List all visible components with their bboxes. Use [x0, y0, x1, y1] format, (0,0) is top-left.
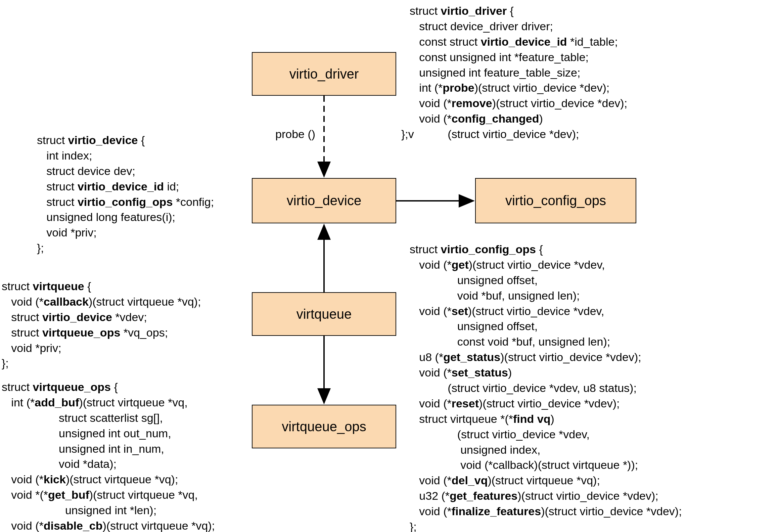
box-virtio-config-ops: virtio_config_ops — [475, 178, 636, 223]
label-probe: probe () — [275, 128, 315, 141]
diagram-canvas: virtio_driver virtio_device virtio_confi… — [0, 0, 779, 532]
code-virtio-config-ops: struct virtio_config_ops { void (*get)(s… — [410, 242, 682, 532]
code-virtio-device: struct virtio_device { int index; struct… — [37, 133, 214, 256]
box-virtqueue: virtqueue — [252, 292, 396, 336]
box-virtqueue-ops: virtqueue_ops — [252, 405, 396, 448]
code-virtqueue: struct virtqueue { void (*callback)(stru… — [2, 279, 201, 371]
box-virtio-driver: virtio_driver — [252, 52, 396, 96]
code-virtqueue-ops: struct virtqueue_ops { int (*add_buf)(st… — [2, 380, 215, 532]
code-virtio-driver: struct virtio_driver { struct device_dri… — [410, 3, 627, 142]
box-virtio-device: virtio_device — [252, 178, 396, 223]
